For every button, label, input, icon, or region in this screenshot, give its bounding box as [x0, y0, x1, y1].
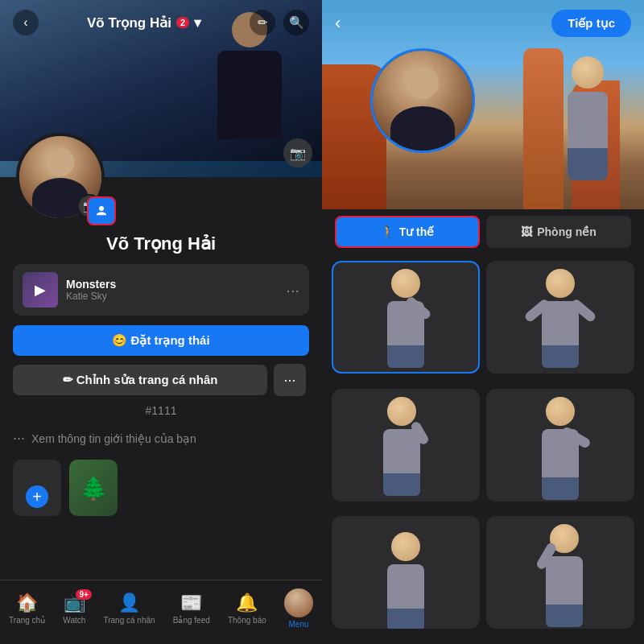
avatar-pose-4: [524, 397, 597, 493]
user-overlay-image: [373, 51, 473, 151]
set-status-button[interactable]: 😊 Đặt trạng thái: [13, 325, 309, 356]
profile-name-header: Võ Trọng Hải 2 ▾: [87, 14, 201, 31]
nav-home-label: Trang chủ: [9, 616, 45, 625]
music-title: Monsters: [66, 278, 278, 291]
preview-avatar-legs: [568, 148, 608, 180]
user-id: #1111: [13, 404, 309, 417]
home-icon: 🏠: [16, 592, 38, 613]
svg-point-0: [99, 206, 104, 211]
right-panel: ‹ Tiếp tục 🚶 Tư thế 🖼 Phòng nền: [322, 0, 644, 644]
head-5: [391, 532, 420, 561]
right-header: ‹ Tiếp tục: [322, 0, 644, 47]
continue-button[interactable]: Tiếp tục: [551, 10, 631, 37]
body-5: [387, 564, 424, 609]
nav-watch-label: Watch: [63, 616, 85, 625]
header-icons: ✏ 🔍: [250, 10, 309, 35]
profile-icon: 👤: [118, 592, 140, 613]
nav-watch[interactable]: 📺 9+ Watch: [63, 592, 85, 625]
body-6: [546, 556, 583, 605]
avatar-card-4[interactable]: [486, 389, 634, 502]
pose-icon: 🚶: [381, 225, 394, 238]
preview-avatar-body: [568, 92, 608, 148]
story-plus-icon: +: [26, 485, 48, 508]
legs-5: [387, 609, 424, 629]
legs-1: [387, 345, 424, 368]
preview-avatar-head: [572, 56, 604, 89]
bell-icon: 🔔: [236, 592, 258, 613]
story-photo-item[interactable]: 🌲: [69, 460, 118, 516]
stories-row: + 🌲: [0, 452, 322, 524]
tab-pose[interactable]: 🚶 Tư thế: [335, 216, 480, 248]
avatar-pose-3: [369, 397, 434, 493]
menu-avatar: [284, 588, 313, 617]
music-card: ▶ Monsters Katie Sky ···: [13, 264, 309, 316]
search-icon[interactable]: 🔍: [283, 10, 309, 35]
avatar-pose-1: [374, 269, 438, 365]
background-icon: 🖼: [521, 225, 532, 238]
avatar-grid: [322, 254, 644, 644]
cover-area: ‹ Võ Trọng Hải 2 ▾ ✏ 🔍 📷: [0, 0, 322, 177]
user-overlay-circle: [370, 48, 475, 153]
story-add-item[interactable]: +: [13, 460, 61, 516]
legs-2: [542, 345, 579, 368]
nav-feed-label: Bảng feed: [173, 616, 210, 625]
head-3: [387, 397, 416, 426]
nav-notifications-label: Thông báo: [228, 616, 266, 625]
nav-home[interactable]: 🏠 Trang chủ: [9, 592, 45, 625]
avatar-card-6[interactable]: [486, 516, 634, 629]
edit-profile-button[interactable]: ✏ Chỉnh sửa trang cá nhân: [13, 365, 267, 395]
avatar-card-3[interactable]: [332, 389, 480, 502]
intro-dots: ···: [13, 430, 25, 447]
right-back-button[interactable]: ‹: [335, 13, 341, 34]
nav-feed[interactable]: 📰 Bảng feed: [173, 592, 210, 625]
profile-content: Võ Trọng Hải ▶ Monsters Katie Sky ··· 😊 …: [0, 233, 322, 452]
nav-menu-label: Menu: [288, 620, 308, 629]
edit-more-button[interactable]: ···: [274, 364, 306, 396]
avatar-card-2[interactable]: [486, 261, 634, 374]
tab-bar: 🚶 Tư thế 🖼 Phòng nền: [322, 209, 644, 254]
watch-icon-wrap: 📺 9+: [64, 592, 85, 613]
avatar-pose-5: [374, 532, 438, 629]
legs-6: [546, 605, 583, 627]
head-1: [391, 269, 420, 298]
avatar-card-5[interactable]: [332, 516, 480, 629]
legs-4: [542, 477, 579, 500]
left-panel: ‹ Võ Trọng Hải 2 ▾ ✏ 🔍 📷: [0, 0, 322, 644]
preview-avatar-3d: [555, 56, 620, 185]
nav-profile-label: Trang cá nhân: [103, 616, 155, 625]
cover-camera-button[interactable]: 📷: [283, 138, 312, 167]
avatar-card-1[interactable]: [332, 261, 480, 374]
feed-icon: 📰: [180, 592, 202, 613]
edit-icon[interactable]: ✏: [250, 10, 275, 35]
background-tab-label: Phòng nền: [537, 225, 597, 238]
dropdown-icon[interactable]: ▾: [194, 14, 201, 31]
edit-profile-row: ✏ Chỉnh sửa trang cá nhân ···: [13, 364, 309, 396]
music-artist: Katie Sky: [66, 291, 278, 302]
head-2: [546, 269, 575, 298]
avatar-pose-2: [520, 269, 601, 365]
watch-badge: 9+: [76, 589, 91, 600]
body-3: [383, 429, 420, 473]
pose-tab-label: Tư thế: [399, 225, 435, 238]
nav-notifications[interactable]: 🔔 Thông báo: [228, 592, 266, 625]
back-button[interactable]: ‹: [13, 10, 39, 35]
notification-badge: 2: [176, 17, 189, 28]
music-info: Monsters Katie Sky: [58, 278, 286, 302]
intro-row: ··· Xem thông tin giới thiệu của bạn: [13, 425, 309, 452]
legs-3: [383, 473, 420, 496]
tab-background[interactable]: 🖼 Phòng nền: [486, 216, 631, 248]
header-username: Võ Trọng Hải: [87, 14, 171, 31]
nav-menu[interactable]: Menu: [284, 588, 313, 629]
story-tree-icon: 🌲: [80, 475, 108, 502]
avatar-pose-6: [532, 524, 597, 621]
head-4: [546, 397, 575, 426]
top-nav: ‹ Võ Trọng Hải 2 ▾ ✏ 🔍: [0, 0, 322, 45]
bottom-nav: 🏠 Trang chủ 📺 9+ Watch 👤 Trang cá nhân 📰…: [0, 580, 322, 644]
nav-profile[interactable]: 👤 Trang cá nhân: [103, 592, 155, 625]
music-more-button[interactable]: ···: [286, 281, 299, 299]
avatar-edit-overlay-button[interactable]: [87, 196, 116, 225]
intro-text: Xem thông tin giới thiệu của bạn: [31, 432, 196, 445]
profile-full-name: Võ Trọng Hải: [13, 233, 309, 254]
music-thumbnail: ▶: [23, 272, 58, 308]
